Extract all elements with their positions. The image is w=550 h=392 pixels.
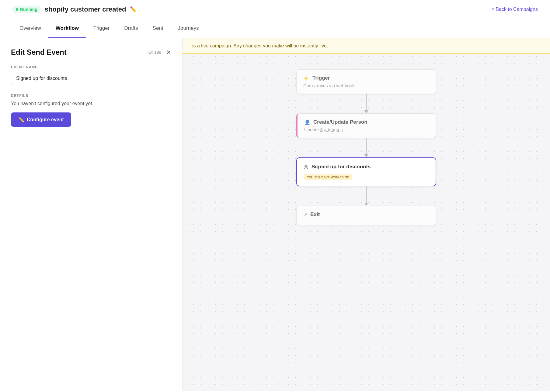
trigger-node[interactable]: ⚡ Trigger Data arrives via webhook: [296, 69, 436, 94]
trigger-title: Trigger: [312, 75, 330, 81]
status-label: Running: [20, 7, 37, 12]
status-dot: [16, 8, 18, 11]
person-icon: 👤: [304, 119, 310, 125]
tab-journeys[interactable]: Journeys: [171, 19, 206, 38]
arrow-head-3: [364, 203, 368, 206]
event-title-row: ◎ Signed up for discounts: [304, 163, 429, 170]
trigger-icon: ⚡: [303, 75, 309, 81]
workflow-nodes-container: ⚡ Trigger Data arrives via webhook 👤 Cre…: [183, 54, 550, 225]
event-name-input[interactable]: [11, 72, 171, 85]
event-node[interactable]: ◎ Signed up for discounts You still have…: [296, 157, 436, 186]
exit-title: Exit: [310, 211, 320, 218]
back-to-campaigns-link[interactable]: < Back to Campaigns: [491, 7, 538, 12]
edit-panel: Edit Send Event ID: 199 ✕ EVENT NAME DET…: [0, 38, 183, 391]
page-header: Running shopify customer created ✏️ < Ba…: [0, 0, 550, 19]
person-title-row: 👤 Create/Update Person: [304, 119, 429, 125]
configure-icon: ✏️: [18, 117, 24, 122]
configure-btn-label: Configure event: [27, 117, 64, 122]
arrow-line-2: [366, 138, 367, 154]
id-close-row: ID: 199 ✕: [148, 49, 171, 56]
event-name-label: EVENT NAME: [11, 65, 171, 69]
event-name-field-group: EVENT NAME: [11, 65, 171, 85]
event-icon: ◎: [304, 163, 308, 170]
details-label: DETAILS: [11, 94, 171, 98]
exit-title-row: ↗ Exit: [303, 211, 429, 218]
event-badge: You still have work to do: [304, 174, 352, 180]
person-subtitle: Update 8 attributes: [304, 127, 429, 132]
campaign-title: shopify customer created: [45, 5, 126, 13]
event-title: Signed up for discounts: [312, 164, 371, 170]
main-content: Edit Send Event ID: 199 ✕ EVENT NAME DET…: [0, 38, 550, 391]
tab-trigger[interactable]: Trigger: [86, 19, 117, 38]
details-text: You haven't configured your event yet.: [11, 101, 171, 106]
details-section: DETAILS You haven't configured your even…: [11, 94, 171, 127]
header-left: Running shopify customer created ✏️: [12, 5, 137, 13]
workflow-canvas: is a live campaign. Any changes you make…: [183, 38, 550, 391]
arrow-line-1: [366, 94, 367, 110]
warning-text: is a live campaign. Any changes you make…: [192, 43, 328, 48]
tab-bar: Overview Workflow Trigger Drafts Sent Jo…: [0, 19, 550, 38]
person-node[interactable]: 👤 Create/Update Person Update 8 attribut…: [296, 113, 436, 138]
panel-id: ID: 199: [148, 50, 161, 55]
tab-overview[interactable]: Overview: [12, 19, 48, 38]
edit-icon[interactable]: ✏️: [130, 6, 137, 13]
trigger-subtitle: Data arrives via webhook: [303, 83, 429, 88]
arrow-head-2: [364, 154, 368, 157]
person-title: Create/Update Person: [313, 119, 367, 125]
status-badge: Running: [12, 6, 41, 13]
arrow-2: [364, 138, 368, 157]
tab-sent[interactable]: Sent: [145, 19, 171, 38]
arrow-line-3: [366, 186, 367, 203]
exit-icon: ↗: [303, 212, 307, 218]
tab-drafts[interactable]: Drafts: [117, 19, 145, 38]
panel-title: Edit Send Event: [11, 48, 67, 57]
arrow-head-1: [364, 110, 368, 113]
attributes-link[interactable]: 8 attributes: [320, 127, 343, 132]
arrow-3: [364, 186, 368, 206]
exit-node[interactable]: ↗ Exit: [296, 206, 436, 225]
configure-event-button[interactable]: ✏️ Configure event: [11, 112, 71, 127]
close-button[interactable]: ✕: [166, 49, 171, 56]
trigger-title-row: ⚡ Trigger: [303, 75, 429, 81]
arrow-1: [364, 94, 368, 113]
panel-header: Edit Send Event ID: 199 ✕: [11, 48, 171, 57]
tab-workflow[interactable]: Workflow: [48, 19, 86, 38]
warning-banner: is a live campaign. Any changes you make…: [183, 38, 550, 54]
